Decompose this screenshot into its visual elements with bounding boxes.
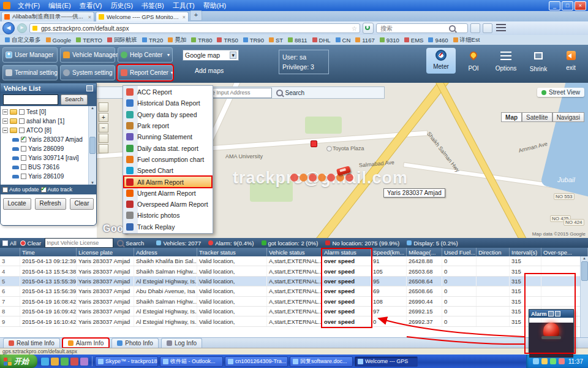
forward-button[interactable]	[17, 23, 27, 33]
bookmark-item[interactable]: TR20	[140, 37, 165, 44]
column-header[interactable]: Tracker status	[197, 248, 267, 256]
report-menu-item[interactable]: Running Statement	[124, 131, 212, 142]
vehicle-manager-button[interactable]: Vehicle Manager	[60, 47, 115, 63]
map-provider-select[interactable]: Google map	[183, 50, 239, 61]
vehicle-group-row[interactable]: ATCO [8]	[2, 126, 88, 135]
layers-icon[interactable]	[99, 134, 108, 143]
column-header[interactable]	[0, 248, 20, 256]
info-tab[interactable]: Log Info	[161, 338, 202, 348]
info-tab[interactable]: Photo Info	[111, 338, 159, 348]
vehicle-map-label[interactable]: Yaris 283037 Amjad	[383, 188, 445, 197]
column-header[interactable]: Used Fuel...	[442, 248, 477, 256]
vehicle-search-button[interactable]: Search	[61, 94, 88, 105]
bookmark-item[interactable]: 晃加	[165, 36, 189, 44]
table-row[interactable]: 9 2015-04-19 16:10:42 Yaris 283037 Amjad…	[0, 316, 588, 326]
report-menu-item[interactable]: Fuel consumption chart	[124, 154, 212, 165]
vehicle-row[interactable]: Yaris 286099	[2, 144, 88, 153]
popup-close-icon[interactable]	[555, 311, 560, 316]
start-button[interactable]: 开始	[0, 355, 37, 368]
close-button[interactable]: ×	[575, 1, 586, 10]
task-button[interactable]: Skype™ - trackpro18	[95, 356, 158, 367]
menu-item[interactable]: 帮助(H)	[199, 1, 230, 10]
bookmark-item[interactable]: CN	[333, 37, 353, 44]
column-header[interactable]: Vehicle status	[267, 248, 322, 256]
quick-launch-icon[interactable]	[41, 358, 49, 366]
select-all-checkbox[interactable]	[2, 240, 8, 246]
column-header[interactable]: Alarm status	[322, 248, 371, 256]
vehicle-action-button[interactable]: Locate	[3, 198, 31, 210]
bookmark-item[interactable]: ST	[266, 37, 285, 44]
scroll-up-icon[interactable]: ▲	[582, 256, 586, 260]
vehicle-row[interactable]: Yaris 283037 Amjad	[2, 135, 88, 144]
bookmark-item[interactable]: 详细Est	[451, 36, 483, 44]
menu-item[interactable]: 书签(B)	[137, 1, 168, 10]
map-view-button[interactable]: Navigasi	[552, 112, 584, 122]
report-menu-item[interactable]: Historic photos	[124, 210, 212, 221]
user-manager-button[interactable]: User Manager	[2, 47, 58, 63]
poi-tool[interactable]: POI	[459, 48, 488, 74]
map-search-button[interactable]: Search	[276, 90, 304, 96]
report-menu-item[interactable]: All Alarm Report	[124, 176, 212, 187]
scroll-down-icon[interactable]: ▼	[91, 181, 94, 185]
auto-track-checkbox[interactable]	[41, 187, 47, 193]
vehicle-checkbox[interactable]	[21, 164, 26, 170]
zoom-out-button[interactable]	[99, 123, 108, 132]
scroll-up-icon[interactable]: ▲	[91, 106, 94, 110]
bookmark-item[interactable]: TR90	[241, 37, 266, 44]
terminal-setting-button[interactable]: Terminal setting	[2, 65, 58, 80]
back-button[interactable]	[2, 22, 15, 34]
bookmark-item[interactable]: TR80	[189, 37, 214, 44]
table-row[interactable]: 7 2015-04-19 16:08:42 Yaris 283037 Amjad…	[0, 297, 588, 307]
report-menu-item[interactable]: Query data by speed	[124, 109, 212, 120]
tray-icon[interactable]	[541, 358, 548, 364]
group-checkbox[interactable]	[19, 128, 24, 133]
search-input[interactable]	[379, 25, 449, 33]
tree-expand-icon[interactable]	[2, 128, 8, 133]
tree-expand-icon[interactable]	[2, 118, 8, 124]
report-menu-item[interactable]: Historical Data Report	[124, 98, 212, 109]
map-pin-icon[interactable]	[311, 140, 317, 147]
map-view-button[interactable]: Satellite	[522, 112, 552, 122]
shrink-tool[interactable]: Shrink	[524, 48, 553, 74]
menu-item[interactable]: 编辑(E)	[44, 1, 75, 10]
exit-tool[interactable]: exit	[556, 48, 586, 74]
search-icon[interactable]	[449, 25, 456, 32]
alarm-popup-titlebar[interactable]: Alarm	[529, 310, 573, 318]
task-button[interactable]: 回复software.doc...	[290, 356, 353, 367]
bookmark-item[interactable]: TERTO	[74, 37, 105, 44]
bookmark-item[interactable]: Google	[43, 37, 74, 44]
column-header[interactable]: License plate	[77, 248, 134, 256]
popup-minimize-icon[interactable]	[548, 311, 554, 316]
bookmark-item[interactable]: EMS	[402, 37, 426, 44]
bookmark-item[interactable]: 自定义最多	[2, 36, 43, 44]
tab-close-icon[interactable]	[88, 14, 91, 20]
pan-hand-icon[interactable]	[99, 102, 108, 112]
bookmark-item[interactable]: TR50	[214, 37, 240, 44]
column-header[interactable]: Mileage(...	[407, 248, 442, 256]
bookmark-item[interactable]: 回际航班	[105, 36, 140, 44]
vehicle-row[interactable]: BUS 73616	[2, 163, 88, 172]
auto-update-checkbox[interactable]	[2, 187, 8, 193]
bookmark-star-icon[interactable]	[352, 25, 357, 32]
info-tab[interactable]: Real time Info	[3, 338, 60, 348]
table-row[interactable]: 6 2015-04-13 15:56:39 Yaris 283037 Amjad…	[0, 286, 588, 296]
bookmark-item[interactable]: DHL	[310, 37, 333, 44]
address-input[interactable]	[40, 25, 349, 33]
menu-item[interactable]: 查看(V)	[75, 1, 107, 10]
tray-icon[interactable]	[550, 358, 556, 364]
quick-launch-icon[interactable]	[51, 358, 59, 366]
column-header[interactable]: Over-spe...	[541, 248, 588, 256]
group-checkbox[interactable]	[19, 118, 24, 124]
group-checkbox[interactable]	[19, 109, 24, 115]
vehicle-action-button[interactable]: Clear	[70, 198, 94, 210]
tray-icon[interactable]	[533, 358, 539, 364]
menu-item[interactable]: 工具(T)	[168, 1, 199, 10]
column-header[interactable]: Address	[134, 248, 197, 256]
vehicle-search-input[interactable]	[3, 94, 58, 105]
downloads-icon[interactable]	[483, 23, 492, 33]
table-row[interactable]: 5 2015-04-13 15:55:39 Yaris 283037 Amjad…	[0, 277, 588, 286]
tree-expand-icon[interactable]	[2, 109, 8, 115]
add-maps-link[interactable]: Add maps	[195, 67, 224, 74]
scroll-thumb[interactable]	[89, 137, 96, 154]
scroll-thumb[interactable]	[581, 261, 588, 281]
